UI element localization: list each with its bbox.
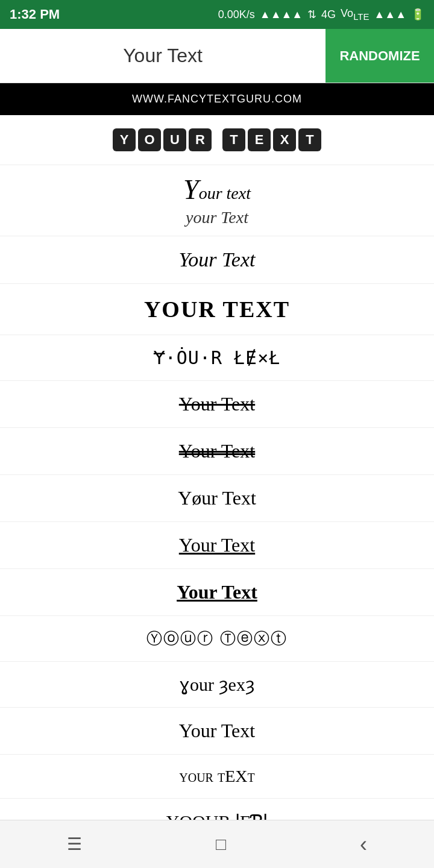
text-row-circled[interactable]: Ⓨⓞⓤⓡ Ⓣⓔⓧⓣ [0, 616, 434, 662]
status-speed: 0.00K/s [218, 8, 255, 21]
status-arrows: ⇅ [307, 8, 316, 21]
line1-display: Your text [183, 174, 251, 206]
box-x: X [273, 128, 296, 151]
box-t2: T [298, 128, 321, 151]
text-row-small-caps[interactable]: your tEXt [0, 755, 434, 799]
cursive-text: Your Text [179, 248, 256, 271]
box-e: E [248, 128, 271, 151]
status-bar: 1:32 PM 0.00K/s ▲▲▲▲ ⇅ 4G VoLTE ▲▲▲ 🔋 [0, 0, 434, 29]
text-row-slash[interactable]: Yøur Text [0, 475, 434, 522]
serif-text: Your Text [179, 720, 255, 742]
circled-text: Ⓨⓞⓤⓡ Ⓣⓔⓧⓣ [146, 628, 287, 649]
big-y: Y [183, 174, 199, 205]
text-row-boxed[interactable]: Y O U R T E X T [0, 115, 434, 165]
strike1-text: Your Text [179, 393, 255, 415]
text-row-strike2[interactable]: Your Text [0, 428, 434, 475]
rest-line1: our text [199, 184, 251, 203]
status-signal: ▲▲▲▲ [260, 8, 303, 21]
text-row-bold-underline[interactable]: Your Text [0, 569, 434, 616]
underline-text: Your Text [179, 534, 255, 556]
randomize-button[interactable]: RANDOMIZE [326, 29, 434, 83]
text-row-dotted[interactable]: Ɏ·ȮU·R ŁɆ×Ł [0, 335, 434, 381]
strike2-text: Your Text [179, 440, 255, 462]
text-row-cursive[interactable]: Your Text [0, 236, 434, 284]
text-input[interactable] [0, 29, 326, 83]
fraktur-text: ɣour ȝeхȝ [179, 674, 255, 695]
status-volte: VoLTE [341, 7, 369, 22]
text-row-underline[interactable]: Your Text [0, 522, 434, 569]
slash-text: Yøur Text [178, 487, 256, 509]
status-signal2: ▲▲▲ [374, 8, 406, 21]
bold-underline-text: Your Text [177, 581, 257, 603]
box-t: T [222, 128, 245, 151]
status-time: 1:32 PM [10, 7, 60, 22]
text-row-serif[interactable]: Your Text [0, 708, 434, 755]
box-r: R [189, 128, 212, 151]
box-y: Y [113, 128, 136, 151]
text-row-strike1[interactable]: Your Text [0, 381, 434, 428]
text-row-caps-bold[interactable]: YOUR TEXT [0, 284, 434, 335]
nav-home-icon[interactable]: □ [216, 835, 226, 854]
caps-bold-text: YOUR TEXT [144, 296, 290, 322]
line2-display: your Text [186, 208, 248, 227]
app-header: RANDOMIZE [0, 29, 434, 83]
box-u: U [163, 128, 186, 151]
status-network: 4G [321, 8, 336, 21]
dotted-text: Ɏ·ȮU·R ŁɆ×Ł [154, 347, 281, 368]
content-area: Y O U R T E X T Your text your Text Your… [0, 115, 434, 868]
status-right: 0.00K/s ▲▲▲▲ ⇅ 4G VoLTE ▲▲▲ 🔋 [218, 7, 424, 22]
boxed-text-display: Y O U R T E X T [113, 128, 321, 151]
website-bar: WWW.FANCYTEXTGURU.COM [0, 83, 434, 115]
nav-bar: ☰ □ ‹ [0, 820, 434, 868]
small-caps-text: your tEXt [179, 767, 254, 786]
status-battery: 🔋 [411, 8, 424, 21]
text-row-fraktur[interactable]: ɣour ȝeхȝ [0, 662, 434, 708]
box-o: O [138, 128, 161, 151]
website-url: WWW.FANCYTEXTGURU.COM [132, 93, 302, 105]
nav-back-icon[interactable]: ‹ [360, 832, 367, 857]
text-row-two-lines[interactable]: Your text your Text [0, 165, 434, 236]
nav-menu-icon[interactable]: ☰ [67, 834, 82, 854]
